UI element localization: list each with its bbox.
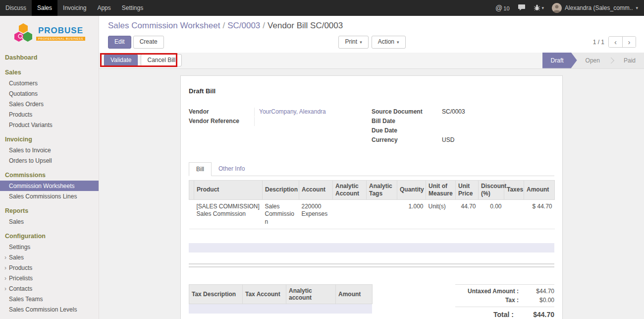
sidebar-item-config-settings[interactable]: Settings <box>0 242 99 252</box>
sidebar-section-sales[interactable]: Sales <box>0 67 99 78</box>
sidebar-item-config-products[interactable]: ›Products <box>0 262 99 273</box>
sidebar-item-dashboard[interactable]: Dashboard <box>0 52 99 63</box>
column-header-account[interactable]: Account <box>299 180 333 199</box>
notebook-tabs: Bill Other Info <box>189 162 554 176</box>
breadcrumb-record-link[interactable]: SC/0003 <box>227 21 260 30</box>
column-header-taxes[interactable]: Taxes <box>504 180 524 199</box>
tax-table-header-row: Tax Description Tax Account Analytic acc… <box>189 285 373 304</box>
column-header-product[interactable]: Product <box>194 180 263 199</box>
table-header-row: Product Description Account Analytic Acc… <box>189 180 555 199</box>
caret-down-icon: ▾ <box>360 40 362 45</box>
sidebar-item-label: Pricelists <box>9 275 33 282</box>
column-header-tax-analytic-account[interactable]: Analytic account <box>286 285 336 304</box>
document-title: Draft Bill <box>189 87 554 95</box>
column-header-quantity[interactable]: Quantity <box>397 180 426 199</box>
print-dropdown-button[interactable]: Print▾ <box>338 36 368 49</box>
cell-analytic-account <box>333 199 367 229</box>
sidebar-item-sales-orders[interactable]: Sales Orders <box>0 99 99 109</box>
nav-item-apps[interactable]: Apps <box>92 0 116 16</box>
mention-counter-button[interactable]: @ 10 <box>495 4 509 12</box>
sidebar-item-customers[interactable]: Customers <box>0 78 99 88</box>
caret-down-icon: ▾ <box>636 5 638 10</box>
status-paid[interactable]: Paid <box>615 53 644 68</box>
vendor-field-value[interactable]: YourCompany, Alexandra <box>254 108 372 117</box>
sidebar-item-orders-to-upsell[interactable]: Orders to Upsell <box>0 155 99 166</box>
sidebar-item-label: Quotations <box>9 90 38 97</box>
status-pipeline: Draft Open Paid <box>542 53 644 68</box>
nav-item-invoicing[interactable]: Invoicing <box>57 0 92 16</box>
row-handle-cell <box>189 199 194 229</box>
cancel-bill-button[interactable]: Cancel Bill <box>141 54 182 67</box>
sidebar-section-invoicing[interactable]: Invoicing <box>0 134 99 145</box>
table-row[interactable]: [SALES COMMISSION] Sales Commission Sale… <box>189 199 555 229</box>
sidebar-item-reports-sales[interactable]: Sales <box>0 216 99 227</box>
sidebar-item-config-pricelists[interactable]: ›Pricelists <box>0 273 99 283</box>
sidebar-section-configuration[interactable]: Configuration <box>0 231 99 242</box>
sidebar-item-sales-teams[interactable]: Sales Teams <box>0 294 99 304</box>
empty-line-row <box>189 243 554 253</box>
vendor-reference-field-value <box>254 117 372 126</box>
sidebar-item-quotations[interactable]: Quotations <box>0 88 99 99</box>
column-header-tax-amount[interactable]: Amount <box>336 285 373 304</box>
sidebar: PROBUSE PROFESSIONAL BUSINESS Dashboard … <box>0 16 99 319</box>
messages-button[interactable] <box>518 4 526 12</box>
cell-analytic-tags <box>367 199 397 229</box>
column-header-unit-price[interactable]: Unit Price <box>456 180 479 199</box>
probuse-logo: PROBUSE PROFESSIONAL BUSINESS <box>0 16 99 48</box>
column-header-analytic-account[interactable]: Analytic Account <box>333 180 367 199</box>
breadcrumb-worksheet-link[interactable]: Sales Commission Worksheet <box>108 21 220 30</box>
sidebar-section-reports[interactable]: Reports <box>0 205 99 216</box>
debug-menu-button[interactable]: ▾ <box>534 4 544 12</box>
column-header-tax-account[interactable]: Tax Account <box>243 285 286 304</box>
sidebar-item-label: Customers <box>9 80 38 87</box>
vendor-reference-field-label: Vendor Reference <box>189 117 254 125</box>
column-header-amount[interactable]: Amount <box>524 180 555 199</box>
status-chevron-icon <box>608 53 615 68</box>
column-header-tax-description[interactable]: Tax Description <box>189 285 243 304</box>
action-dropdown-button[interactable]: Action▾ <box>372 36 406 49</box>
empty-tax-row <box>189 304 372 314</box>
sidebar-item-config-contacts[interactable]: ›Contacts <box>0 283 99 294</box>
sidebar-item-commission-worksheets[interactable]: Commission Worksheets <box>0 181 99 191</box>
print-label: Print <box>345 38 357 45</box>
bill-date-field-label: Bill Date <box>372 117 442 125</box>
column-header-unit-of-measure[interactable]: Unit of Measure <box>426 180 456 199</box>
tax-total-value: $0.00 <box>519 297 554 304</box>
cell-product: [SALES COMMISSION] Sales Commission <box>194 199 263 229</box>
create-button[interactable]: Create <box>133 36 164 49</box>
sidebar-item-label: Sales Teams <box>9 296 43 303</box>
validate-button[interactable]: Validate <box>104 54 138 67</box>
tax-total-label: Tax : <box>505 297 519 304</box>
vendor-field-label: Vendor <box>189 108 254 116</box>
totals-block: Untaxed Amount : $44.70 Tax : $0.00 Tota… <box>455 284 554 319</box>
column-header-analytic-tags[interactable]: Analytic Tags <box>367 180 397 199</box>
pager-next-button[interactable]: › <box>622 37 636 47</box>
currency-field-label: Currency <box>372 136 442 144</box>
pager-previous-button[interactable]: ‹ <box>609 37 622 47</box>
edit-button[interactable]: Edit <box>108 36 131 49</box>
tab-other-info[interactable]: Other Info <box>212 162 252 176</box>
user-menu[interactable]: Alexandra (Sales_comm.. ▾ <box>552 3 638 13</box>
nav-item-settings[interactable]: Settings <box>116 0 149 16</box>
column-header-description[interactable]: Description <box>263 180 299 199</box>
cell-account: 220000 Expenses <box>299 199 333 229</box>
status-draft[interactable]: Draft <box>542 53 577 68</box>
sidebar-item-label: Commission Worksheets <box>9 183 74 190</box>
sidebar-item-products[interactable]: Products <box>0 109 99 120</box>
sidebar-item-config-sales[interactable]: ›Sales <box>0 252 99 262</box>
sidebar-item-label: Sales to Invoice <box>9 147 51 154</box>
sidebar-item-product-variants[interactable]: Product Variants <box>0 120 99 130</box>
invoice-lines-table: Product Description Account Analytic Acc… <box>189 180 555 230</box>
column-header-discount[interactable]: Discount (%) <box>479 180 504 199</box>
status-open[interactable]: Open <box>577 53 608 68</box>
sidebar-item-sales-commissions-lines[interactable]: Sales Commissions Lines <box>0 191 99 201</box>
sidebar-item-sales-commission-levels[interactable]: Sales Commission Levels <box>0 304 99 315</box>
tab-bill[interactable]: Bill <box>189 162 212 176</box>
nav-item-sales[interactable]: Sales <box>32 0 57 16</box>
top-navbar: Discuss Sales Invoicing Apps Settings @ … <box>0 0 644 16</box>
grand-total-label: Total : <box>493 311 514 319</box>
sidebar-item-sales-to-invoice[interactable]: Sales to Invoice <box>0 145 99 155</box>
sidebar-section-commissions[interactable]: Commissions <box>0 170 99 181</box>
sidebar-item-label: Settings <box>9 244 30 251</box>
nav-item-discuss[interactable]: Discuss <box>0 0 32 16</box>
